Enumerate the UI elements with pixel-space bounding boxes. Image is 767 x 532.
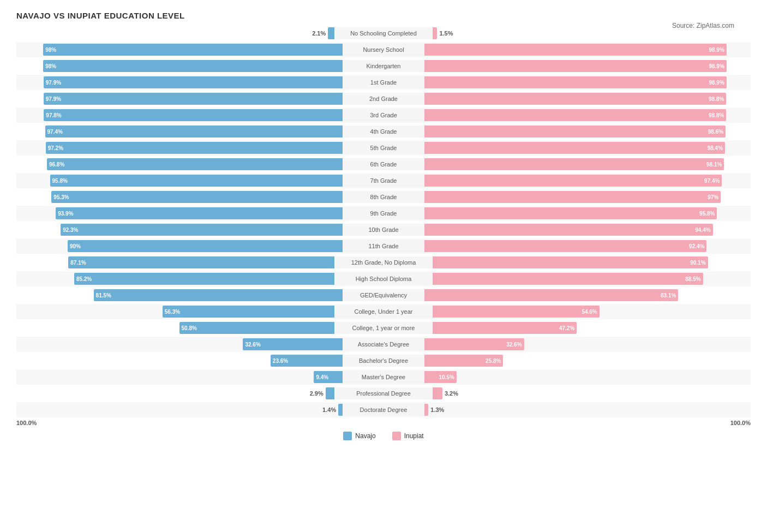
right-bar-container: 98.1%: [424, 158, 751, 170]
left-bar-value: 97.8%: [46, 112, 61, 118]
left-bar-value: 97.9%: [46, 80, 61, 86]
legend-inupiat: Inupiat: [392, 432, 424, 440]
left-bar-container: 97.9%: [16, 93, 343, 105]
left-bar-container: 97.8%: [16, 109, 343, 121]
center-label: No Schooling Completed: [334, 27, 433, 39]
left-bar: 97.4%: [45, 125, 343, 138]
table-row: 85.2% High School Diploma 88.5%: [16, 271, 751, 286]
chart-container: 2.1% No Schooling Completed 1.5% 98% Nur…: [16, 26, 751, 440]
right-bar-value: 98.8%: [709, 96, 724, 102]
table-row: 9.4% Master's Degree 10.5%: [16, 369, 751, 385]
left-bar-container: 93.9%: [16, 207, 343, 219]
center-label: 1st Grade: [343, 76, 424, 88]
navajo-color-swatch: [343, 432, 352, 440]
left-bar-container: 95.8%: [16, 175, 343, 187]
left-bar-value: 98%: [45, 63, 56, 69]
right-bar-container: 92.4%: [424, 240, 751, 252]
left-bar-container: 9.4%: [16, 371, 343, 383]
table-row: 23.6% Bachelor's Degree 25.8%: [16, 353, 751, 368]
left-bar-value: 56.3%: [165, 309, 180, 315]
right-bar: 98.9%: [424, 44, 727, 56]
table-row: 97.2% 5th Grade 98.4%: [16, 140, 751, 156]
left-bar-value: 9.4%: [316, 374, 328, 380]
center-label: 4th Grade: [343, 125, 424, 138]
right-bar-value: 98.9%: [709, 47, 724, 53]
left-bar-value: 98%: [45, 47, 56, 53]
right-bar-value: 90.1%: [690, 260, 705, 266]
table-row: 96.8% 6th Grade 98.1%: [16, 157, 751, 172]
right-bar-value: 47.2%: [559, 325, 574, 331]
right-bar-container: 90.1%: [433, 256, 751, 268]
right-bar-container: 95.8%: [424, 207, 751, 219]
right-bar-container: 47.2%: [433, 322, 751, 334]
left-bar-value: 97.4%: [47, 129, 63, 135]
right-bar-container: 98.9%: [424, 76, 751, 88]
right-bar-container: 98.4%: [424, 142, 751, 154]
left-bar: 98%: [43, 44, 343, 56]
left-bar: 50.8%: [179, 322, 334, 334]
right-bar-value: 98.9%: [709, 80, 724, 86]
right-value: 1.5%: [437, 30, 453, 37]
left-bar-value: 95.3%: [53, 194, 69, 200]
center-label: 12th Grade, No Diploma: [334, 256, 433, 268]
left-bar-value: 81.5%: [96, 292, 111, 298]
table-row: 98% Nursery School 98.9%: [16, 42, 751, 57]
right-bar: 98.9%: [424, 60, 727, 72]
left-bar-value: 50.8%: [182, 325, 197, 331]
center-label: Associate's Degree: [343, 338, 424, 350]
right-bar: [424, 404, 428, 416]
table-row: 97.9% 2nd Grade 98.8%: [16, 91, 751, 106]
left-bar-container: 50.8%: [16, 322, 334, 334]
table-row: 81.5% GED/Equivalency 83.1%: [16, 288, 751, 303]
right-bar: 10.5%: [424, 371, 457, 383]
left-bar: 93.9%: [56, 207, 343, 219]
right-bar-container: 97%: [424, 191, 751, 203]
right-bar-value: 83.1%: [661, 292, 676, 298]
table-row: 50.8% College, 1 year or more 47.2%: [16, 320, 751, 336]
left-bar-value: 96.8%: [49, 162, 64, 168]
table-row: 97.8% 3rd Grade 98.8%: [16, 107, 751, 123]
right-bar-value: 98.1%: [706, 162, 722, 168]
source-label: Source: ZipAtlas.com: [672, 22, 734, 29]
left-bar: 9.4%: [314, 371, 343, 383]
left-bar-container: 96.8%: [16, 158, 343, 170]
center-label: College, Under 1 year: [334, 306, 433, 318]
right-bar-value: 25.8%: [486, 358, 501, 364]
left-bar-container: 97.9%: [16, 76, 343, 88]
center-label: 6th Grade: [343, 158, 424, 170]
right-bar-container: 98.9%: [424, 44, 751, 56]
right-bar-container: 98.8%: [424, 109, 751, 121]
left-bar: 97.2%: [46, 142, 343, 154]
left-bar: 97.8%: [44, 109, 343, 121]
right-bar-value: 95.8%: [699, 211, 715, 217]
left-bar: [328, 27, 334, 39]
right-bar-value: 98.9%: [709, 63, 724, 69]
table-row: 87.1% 12th Grade, No Diploma 90.1%: [16, 255, 751, 270]
right-bar: 98.8%: [424, 109, 726, 121]
right-bar-value: 98.8%: [709, 112, 724, 118]
left-bar: 96.8%: [47, 158, 343, 170]
table-row: 93.9% 9th Grade 95.8%: [16, 206, 751, 221]
center-label: Professional Degree: [334, 387, 433, 399]
left-bar-container: 87.1%: [16, 256, 334, 268]
left-bar: 32.6%: [243, 338, 343, 350]
center-label: Bachelor's Degree: [343, 355, 424, 367]
table-row: 1.4% Doctorate Degree 1.3%: [16, 402, 751, 417]
right-bar-value: 98.4%: [708, 145, 723, 151]
right-bar-value: 10.5%: [439, 374, 454, 380]
left-bar-container: 95.3%: [16, 191, 343, 203]
left-bar-container: 97.4%: [16, 125, 343, 138]
legend-navajo: Navajo: [343, 432, 375, 440]
left-bar-value: 32.6%: [245, 342, 260, 348]
right-bar-value: 97.4%: [704, 178, 720, 184]
left-bar-container: 98%: [16, 60, 343, 72]
center-label: 8th Grade: [343, 191, 424, 203]
right-bar-container: 25.8%: [424, 355, 751, 367]
table-row: 32.6% Associate's Degree 32.6%: [16, 337, 751, 352]
left-bar-value: 92.3%: [63, 227, 78, 233]
left-bar: 90%: [68, 240, 343, 252]
left-bar: 56.3%: [163, 306, 334, 318]
left-bar-value: 85.2%: [76, 276, 92, 282]
left-bar-container: 90%: [16, 240, 343, 252]
center-label: 5th Grade: [343, 142, 424, 154]
